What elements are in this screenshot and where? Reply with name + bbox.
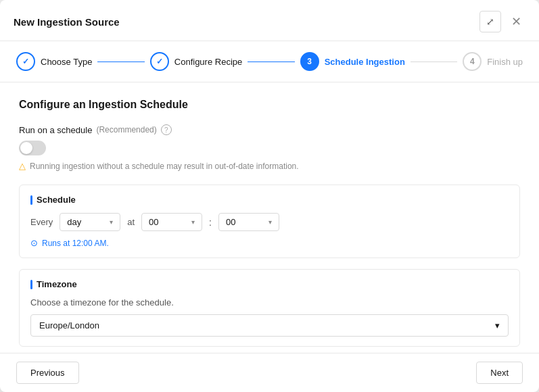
page-title: Configure an Ingestion Schedule [19, 99, 520, 111]
every-value: day [67, 217, 81, 227]
step-circle-3: 3 [300, 52, 319, 71]
hour-value: 00 [149, 217, 158, 227]
minute-select[interactable]: 00 ▾ [218, 213, 279, 231]
step-finish-up: 4 Finish up [463, 52, 523, 71]
every-chevron-icon: ▾ [110, 218, 113, 226]
step-label-4: Finish up [487, 57, 523, 67]
timezone-description: Choose a timezone for the schedule. [30, 297, 509, 308]
help-icon[interactable]: ? [161, 124, 172, 135]
step-schedule-ingestion: 3 Schedule Ingestion [300, 52, 405, 71]
time-separator: : [209, 217, 212, 228]
connector-2 [248, 62, 294, 62]
at-label: at [127, 217, 135, 227]
step-check-2: ✓ [156, 57, 163, 66]
step-check-1: ✓ [22, 57, 29, 66]
hour-chevron-icon: ▾ [191, 218, 195, 226]
step-circle-4: 4 [463, 52, 482, 71]
step-number-3: 3 [307, 57, 312, 66]
close-icon: ✕ [511, 14, 521, 29]
step-choose-type: ✓ Choose Type [16, 52, 92, 71]
previous-button[interactable]: Previous [16, 362, 79, 384]
expand-button[interactable]: ⤢ [479, 11, 501, 32]
timezone-value: Europe/London [39, 320, 99, 330]
modal-title: New Ingestion Source [14, 16, 120, 28]
step-label-3: Schedule Ingestion [325, 57, 405, 67]
step-number-4: 4 [470, 57, 475, 66]
timezone-select[interactable]: Europe/London ▾ [30, 314, 509, 337]
every-label: Every [30, 217, 53, 227]
timezone-chevron-icon: ▾ [495, 320, 500, 330]
hour-select[interactable]: 00 ▾ [141, 213, 202, 231]
runs-at-text: Runs at 12:00 AM. [42, 239, 109, 248]
timezone-section-title: Timezone [30, 279, 509, 289]
runs-at-container: ⊙ Runs at 12:00 AM. [30, 238, 509, 248]
step-circle-2: ✓ [150, 52, 169, 71]
expand-icon: ⤢ [486, 16, 494, 27]
connector-3 [411, 62, 457, 62]
step-circle-1: ✓ [16, 52, 35, 71]
connector-1 [97, 62, 144, 62]
step-label-1: Choose Type [41, 57, 92, 67]
timezone-section: Timezone Choose a timezone for the sched… [19, 269, 520, 347]
clock-icon: ⊙ [30, 238, 38, 248]
step-label-2: Configure Recipe [174, 57, 242, 67]
warning-icon: △ [19, 161, 26, 171]
new-ingestion-modal: New Ingestion Source ⤢ ✕ ✓ Choose Type ✓… [0, 0, 539, 392]
schedule-section: Schedule Every day ▾ at 00 ▾ : 00 ▾ [19, 185, 520, 258]
toggle-container [19, 141, 520, 155]
modal-content: Configure an Ingestion Schedule Run on a… [0, 82, 539, 353]
schedule-title-text: Schedule [37, 195, 76, 205]
schedule-field-label: Run on a schedule (Recommended) ? [19, 124, 520, 135]
info-icon-text: ? [164, 126, 168, 134]
warning-message: Running ingestion without a schedule may… [30, 162, 299, 171]
header-actions: ⤢ ✕ [479, 11, 525, 32]
modal-footer: Previous Next [0, 353, 539, 392]
minute-value: 00 [226, 217, 235, 227]
schedule-row: Every day ▾ at 00 ▾ : 00 ▾ [30, 213, 509, 231]
minute-chevron-icon: ▾ [268, 218, 272, 226]
schedule-toggle[interactable] [19, 141, 46, 155]
modal-header: New Ingestion Source ⤢ ✕ [0, 0, 539, 41]
close-button[interactable]: ✕ [507, 12, 525, 31]
timezone-title-text: Timezone [37, 279, 77, 289]
step-configure-recipe: ✓ Configure Recipe [150, 52, 242, 71]
stepper: ✓ Choose Type ✓ Configure Recipe 3 Sched… [0, 41, 539, 82]
next-button[interactable]: Next [476, 362, 523, 384]
recommended-label: (Recommended) [96, 125, 156, 134]
warning-container: △ Running ingestion without a schedule m… [19, 161, 520, 171]
run-on-schedule-label: Run on a schedule [19, 125, 92, 135]
schedule-section-title: Schedule [30, 195, 509, 205]
every-select[interactable]: day ▾ [60, 213, 120, 231]
